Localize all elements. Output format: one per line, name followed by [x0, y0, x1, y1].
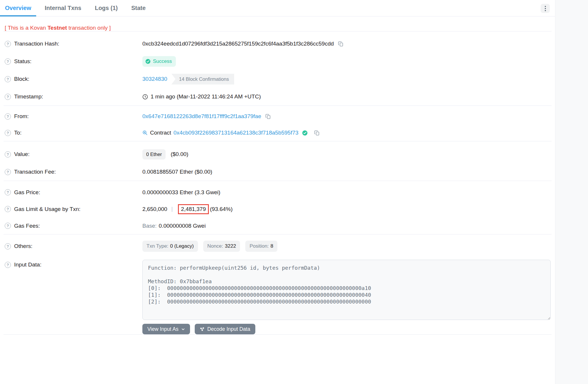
- value-usd: ($0.00): [171, 151, 188, 157]
- notice-suffix: transaction only ]: [67, 25, 111, 31]
- block-label: Block:: [14, 76, 29, 82]
- transaction-card: Overview Internal Txns Logs (1) State [ …: [0, 0, 555, 384]
- transaction-fee-label: Transaction Fee:: [14, 169, 56, 175]
- vertical-dots-icon: [545, 6, 546, 7]
- row-transaction-hash: ? Transaction Hash: 0xcb324eedcd1d07296f…: [0, 35, 555, 53]
- to-address-link[interactable]: 0x4cb093f226983713164a62138c3f718a5b595f…: [174, 130, 299, 136]
- tab-overview[interactable]: Overview: [0, 0, 36, 16]
- input-data-label: Input Data:: [14, 261, 41, 268]
- tab-internal-txns[interactable]: Internal Txns: [40, 0, 86, 16]
- gas-price-value: 0.0000000033 Ether (3.3 Gwei): [142, 189, 220, 196]
- transaction-hash-value: 0xcb324eedcd1d07296fdf3d215a2865275f159c…: [142, 41, 334, 47]
- from-label: From:: [14, 113, 29, 120]
- row-status: ? Status: Success: [0, 53, 555, 70]
- row-transaction-fee: ? Transaction Fee: 0.0081885507 Ether ($…: [0, 163, 555, 181]
- tab-logs[interactable]: Logs (1): [90, 0, 123, 16]
- gas-base-label: Base:: [142, 223, 157, 229]
- gas-used-value: 2,481,379: [181, 206, 206, 212]
- help-icon[interactable]: ?: [5, 58, 11, 65]
- decode-icon: [200, 327, 205, 332]
- from-address-link[interactable]: 0x647e7168122263d8e7f81f17fff9c2f1aa379f…: [142, 113, 261, 120]
- help-icon[interactable]: ?: [5, 189, 11, 195]
- verified-check-icon: [302, 130, 308, 136]
- gas-used-percent: (93.64%): [210, 206, 233, 212]
- help-icon[interactable]: ?: [5, 262, 11, 268]
- to-label: To:: [14, 130, 21, 136]
- position-badge: Position: 8: [245, 241, 277, 252]
- notice-prefix: [ This is a Kovan: [5, 25, 47, 31]
- decode-input-data-button[interactable]: Decode Input Data: [195, 324, 255, 334]
- copy-icon: [314, 130, 320, 136]
- chevron-down-icon: [181, 327, 185, 331]
- row-to: ? To: Contract 0x4cb093f226983713164a621…: [0, 125, 555, 141]
- copy-to-button[interactable]: [314, 130, 320, 136]
- section-gas: ? Gas Price: 0.0000000033 Ether (3.3 Gwe…: [0, 181, 555, 234]
- help-icon[interactable]: ?: [5, 130, 11, 136]
- gas-fees-label: Gas Fees:: [14, 223, 40, 229]
- block-confirmations-badge: 14 Block Confirmations: [171, 74, 234, 85]
- gas-price-label: Gas Price:: [14, 189, 40, 196]
- others-label: Others:: [14, 243, 32, 249]
- status-badge: Success: [142, 56, 176, 67]
- nonce-badge: Nonce: 3222: [203, 241, 240, 252]
- row-value: ? Value: 0 Ether ($0.00): [0, 145, 555, 163]
- copy-icon: [265, 114, 271, 119]
- tab-bar: Overview Internal Txns Logs (1) State: [0, 0, 555, 16]
- row-from: ? From: 0x647e7168122263d8e7f81f17fff9c2…: [0, 108, 555, 125]
- help-icon[interactable]: ?: [5, 76, 11, 82]
- value-label: Value:: [14, 151, 29, 157]
- transaction-hash-label: Transaction Hash:: [14, 41, 59, 47]
- notice-bold: Testnet: [47, 25, 67, 31]
- status-value: Success: [153, 58, 172, 64]
- help-icon[interactable]: ?: [5, 151, 11, 157]
- help-icon[interactable]: ?: [5, 223, 11, 229]
- gas-limit-value: 2,650,000: [142, 206, 167, 212]
- help-icon[interactable]: ?: [5, 113, 11, 120]
- block-number-link[interactable]: 30324830: [142, 76, 167, 82]
- timestamp-label: Timestamp:: [14, 93, 43, 100]
- section-parties: ? From: 0x647e7168122263d8e7f81f17fff9c2…: [0, 106, 555, 141]
- check-circle-icon: [145, 59, 151, 64]
- timestamp-value: 1 min ago (Mar-11-2022 11:46:24 AM +UTC): [151, 93, 261, 100]
- section-others: ? Others: Txn Type: 0 (Legacy) Nonce: 32…: [0, 234, 555, 334]
- gas-limit-label: Gas Limit & Usage by Txn:: [14, 206, 81, 212]
- input-data-textarea[interactable]: Function: performUpkeep(uint256 id, byte…: [142, 260, 551, 320]
- tab-state[interactable]: State: [126, 0, 151, 16]
- clock-icon: [142, 94, 148, 100]
- testnet-notice: [ This is a Kovan Testnet transaction on…: [5, 25, 550, 31]
- row-gas-limit-usage: ? Gas Limit & Usage by Txn: 2,650,000 | …: [0, 201, 555, 217]
- row-timestamp: ? Timestamp: 1 min ago (Mar-11-2022 11:4…: [0, 88, 555, 105]
- help-icon[interactable]: ?: [5, 41, 11, 47]
- gas-separator: |: [171, 206, 173, 212]
- row-gas-price: ? Gas Price: 0.0000000033 Ether (3.3 Gwe…: [0, 184, 555, 201]
- row-others: ? Others: Txn Type: 0 (Legacy) Nonce: 32…: [0, 237, 555, 255]
- row-block: ? Block: 30324830 14 Block Confirmations: [0, 70, 555, 88]
- value-ether-badge: 0 Ether: [142, 149, 166, 160]
- copy-hash-button[interactable]: [338, 41, 344, 47]
- gas-used-highlight-box: 2,481,379: [178, 204, 209, 214]
- to-contract-prefix: Contract: [150, 130, 171, 136]
- zoom-in-icon[interactable]: [142, 130, 148, 135]
- input-data-actions: View Input As Decode Input Data: [142, 324, 551, 334]
- help-icon[interactable]: ?: [5, 243, 11, 249]
- row-gas-fees: ? Gas Fees: Base: 0.000000008 Gwei: [0, 217, 555, 234]
- divider: [4, 334, 552, 335]
- section-overview-top: ? Transaction Hash: 0xcb324eedcd1d07296f…: [0, 31, 555, 105]
- transaction-page: Overview Internal Txns Logs (1) State [ …: [0, 0, 588, 384]
- help-icon[interactable]: ?: [5, 169, 11, 175]
- page-background-strip: [555, 0, 588, 384]
- transaction-fee-value: 0.0081885507 Ether ($0.00): [142, 169, 212, 175]
- view-input-as-button[interactable]: View Input As: [142, 324, 190, 334]
- row-input-data: ? Input Data: Function: performUpkeep(ui…: [0, 255, 555, 334]
- copy-icon: [338, 41, 344, 47]
- copy-from-button[interactable]: [265, 114, 271, 119]
- help-icon[interactable]: ?: [5, 206, 11, 212]
- gas-base-value: 0.000000008 Gwei: [159, 223, 206, 229]
- help-icon[interactable]: ?: [5, 94, 11, 100]
- section-value: ? Value: 0 Ether ($0.00) ? Transaction F…: [0, 141, 555, 181]
- txn-type-badge: Txn Type: 0 (Legacy): [142, 241, 198, 252]
- more-options-button[interactable]: [541, 4, 550, 13]
- status-label: Status:: [14, 58, 31, 65]
